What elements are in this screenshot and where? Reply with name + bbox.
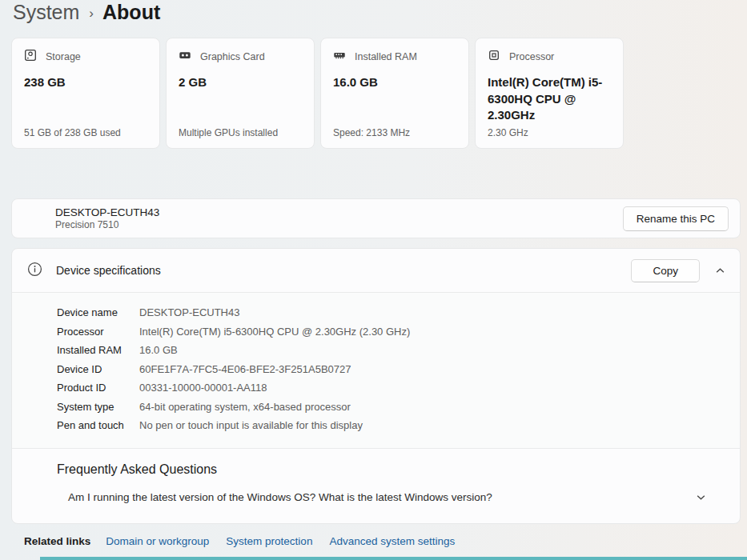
ram-card-value: 16.0 GB bbox=[333, 74, 457, 91]
spec-row-system-type: System type64-bit operating system, x64-… bbox=[57, 398, 724, 417]
processor-card-footer: 2.30 GHz bbox=[488, 127, 612, 138]
graphics-card-footer: Multiple GPUs installed bbox=[179, 127, 303, 138]
processor-card-value: Intel(R) Core(TM) i5-6300HQ CPU @ 2.30GH… bbox=[488, 74, 612, 124]
faq-question-row[interactable]: Am I running the latest version of the W… bbox=[57, 490, 727, 504]
ram-card-footer: Speed: 2133 MHz bbox=[333, 127, 457, 138]
faq-section: Frequently Asked Questions Am I running … bbox=[12, 449, 740, 504]
processor-icon bbox=[488, 49, 500, 64]
device-specifications-title: Device specifications bbox=[56, 264, 161, 277]
storage-card-label: Storage bbox=[46, 51, 81, 62]
specs-table: Device nameDESKTOP-ECUTH43 ProcessorInte… bbox=[12, 293, 740, 448]
storage-card: Storage 238 GB 51 GB of 238 GB used bbox=[11, 38, 160, 149]
processor-card: Processor Intel(R) Core(TM) i5-6300HQ CP… bbox=[475, 38, 624, 149]
related-links: Related links Domain or workgroup System… bbox=[24, 535, 472, 547]
graphics-card-label: Graphics Card bbox=[200, 51, 265, 62]
spec-row-installed-ram: Installed RAM16.0 GB bbox=[57, 341, 724, 360]
graphics-card: Graphics Card 2 GB Multiple GPUs install… bbox=[166, 38, 315, 149]
info-icon bbox=[27, 262, 42, 280]
graphics-card-value: 2 GB bbox=[179, 74, 303, 91]
faq-title: Frequently Asked Questions bbox=[57, 461, 727, 478]
ram-card: Installed RAM 16.0 GB Speed: 2133 MHz bbox=[320, 38, 469, 149]
link-domain-or-workgroup[interactable]: Domain or workgroup bbox=[106, 535, 209, 547]
device-model: Precision 7510 bbox=[55, 219, 159, 231]
spec-row-device-id: Device ID60FE1F7A-7FC5-4E06-BFE2-3F251A5… bbox=[57, 360, 724, 379]
link-advanced-system-settings[interactable]: Advanced system settings bbox=[329, 535, 455, 547]
storage-card-footer: 51 GB of 238 GB used bbox=[24, 127, 148, 138]
ram-icon bbox=[333, 49, 346, 64]
chevron-up-icon[interactable] bbox=[713, 264, 727, 278]
spec-row-device-name: Device nameDESKTOP-ECUTH43 bbox=[57, 303, 724, 322]
spec-row-pen-and-touch: Pen and touchNo pen or touch input is av… bbox=[57, 416, 724, 435]
page-title: About bbox=[102, 1, 160, 24]
device-name: DESKTOP-ECUTH43 bbox=[55, 206, 159, 219]
storage-icon bbox=[24, 49, 37, 64]
breadcrumb-system[interactable]: System bbox=[13, 1, 79, 24]
breadcrumb-separator-icon: › bbox=[89, 6, 94, 22]
related-links-title: Related links bbox=[24, 535, 90, 547]
faq-question-text: Am I running the latest version of the W… bbox=[68, 491, 492, 503]
ram-card-label: Installed RAM bbox=[355, 51, 417, 62]
rename-pc-button[interactable]: Rename this PC bbox=[623, 206, 729, 231]
breadcrumb: System › About bbox=[13, 1, 160, 24]
processor-card-label: Processor bbox=[509, 51, 554, 62]
storage-card-value: 238 GB bbox=[24, 74, 148, 91]
device-name-card: DESKTOP-ECUTH43 Precision 7510 Rename th… bbox=[11, 198, 741, 238]
device-specifications-expander[interactable]: Device specifications Copy bbox=[12, 249, 740, 292]
bottom-accent-bar bbox=[40, 557, 747, 560]
link-system-protection[interactable]: System protection bbox=[226, 535, 312, 547]
device-specifications-panel: Device specifications Copy Device nameDE… bbox=[11, 248, 741, 524]
graphics-card-icon bbox=[179, 49, 191, 64]
spec-row-processor: ProcessorIntel(R) Core(TM) i5-6300HQ CPU… bbox=[57, 322, 724, 342]
chevron-down-icon[interactable] bbox=[694, 490, 708, 504]
spec-row-product-id: Product ID00331-10000-00001-AA118 bbox=[57, 378, 724, 398]
copy-button[interactable]: Copy bbox=[631, 259, 700, 282]
summary-cards: Storage 238 GB 51 GB of 238 GB used Grap… bbox=[11, 38, 624, 149]
device-identity: DESKTOP-ECUTH43 Precision 7510 bbox=[55, 206, 159, 231]
